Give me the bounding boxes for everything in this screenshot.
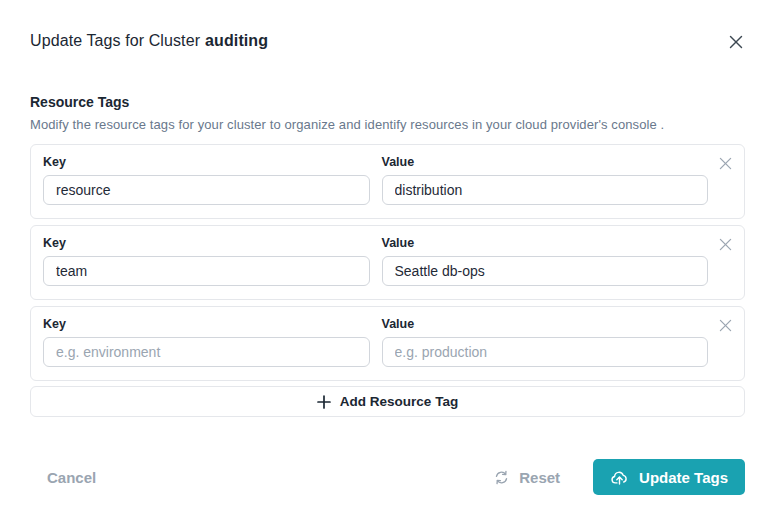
- modal-header: Update Tags for Cluster auditing: [30, 32, 745, 51]
- add-resource-tag-label: Add Resource Tag: [340, 394, 458, 409]
- close-button[interactable]: [727, 33, 745, 51]
- reset-label: Reset: [519, 469, 560, 486]
- resource-tags-heading: Resource Tags: [30, 94, 745, 110]
- key-input[interactable]: [43, 175, 370, 205]
- value-label: Value: [382, 317, 709, 331]
- tag-row: Key Value: [30, 306, 745, 381]
- add-resource-tag-button[interactable]: Add Resource Tag: [30, 386, 745, 417]
- key-label: Key: [43, 155, 370, 169]
- value-field: Value: [382, 317, 709, 367]
- remove-tag-button[interactable]: [716, 154, 734, 172]
- modal-title-prefix: Update Tags for Cluster: [30, 32, 200, 50]
- key-field: Key: [43, 236, 370, 286]
- resource-tags-description: Modify the resource tags for your cluste…: [30, 117, 745, 132]
- key-field: Key: [43, 317, 370, 367]
- cluster-name: auditing: [205, 32, 268, 50]
- value-input[interactable]: [382, 337, 709, 367]
- tag-rows: Key Value Key Value: [30, 144, 745, 381]
- cloud-upload-icon: [610, 468, 629, 487]
- tag-row: Key Value: [30, 144, 745, 219]
- key-field: Key: [43, 155, 370, 205]
- modal-footer: Cancel Reset: [30, 459, 745, 495]
- value-input[interactable]: [382, 175, 709, 205]
- key-input[interactable]: [43, 337, 370, 367]
- remove-tag-icon: [719, 320, 732, 335]
- refresh-icon: [493, 469, 510, 486]
- remove-tag-button[interactable]: [716, 235, 734, 253]
- update-tags-label: Update Tags: [639, 469, 728, 486]
- value-field: Value: [382, 236, 709, 286]
- update-tags-button[interactable]: Update Tags: [593, 459, 745, 495]
- value-label: Value: [382, 155, 709, 169]
- reset-button[interactable]: Reset: [493, 469, 560, 486]
- plus-icon: [317, 395, 331, 409]
- remove-tag-icon: [719, 239, 732, 254]
- footer-actions: Reset Update Tags: [493, 459, 745, 495]
- modal-title: Update Tags for Cluster auditing: [30, 32, 268, 50]
- remove-tag-icon: [719, 158, 732, 173]
- value-field: Value: [382, 155, 709, 205]
- key-label: Key: [43, 317, 370, 331]
- value-label: Value: [382, 236, 709, 250]
- key-label: Key: [43, 236, 370, 250]
- remove-tag-button[interactable]: [716, 316, 734, 334]
- cancel-button[interactable]: Cancel: [47, 469, 96, 486]
- value-input[interactable]: [382, 256, 709, 286]
- close-icon: [729, 37, 743, 52]
- key-input[interactable]: [43, 256, 370, 286]
- update-tags-modal: Update Tags for Cluster auditing Resourc…: [0, 0, 775, 523]
- tag-row: Key Value: [30, 225, 745, 300]
